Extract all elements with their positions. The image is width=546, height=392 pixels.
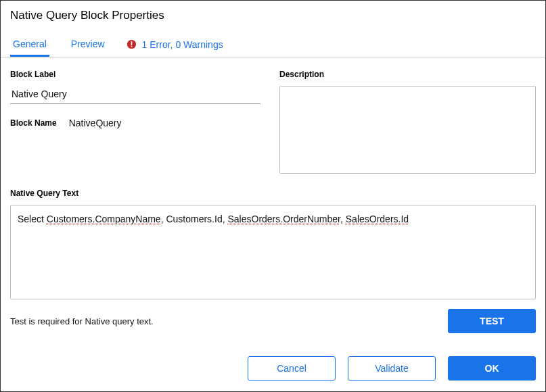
test-hint: Test is required for Native query text. <box>10 316 154 326</box>
tab-preview[interactable]: Preview <box>68 32 108 57</box>
dialog-title: Native Query Block Properties <box>1 1 545 32</box>
block-label-input[interactable] <box>10 86 260 104</box>
ok-button[interactable]: OK <box>448 356 536 381</box>
cancel-button[interactable]: Cancel <box>248 356 336 381</box>
validate-button[interactable]: Validate <box>348 356 436 381</box>
errors-label: 1 Error, 0 Warnings <box>142 39 223 50</box>
dialog-footer: Cancel Validate OK <box>1 347 545 391</box>
description-label: Description <box>279 70 536 79</box>
native-query-text-input[interactable]: Select Customers.CompanyName, Customers.… <box>10 205 536 299</box>
test-button[interactable]: TEST <box>448 309 536 333</box>
native-query-text-label: Native Query Text <box>10 189 536 198</box>
tab-errors[interactable]: 1 Error, 0 Warnings <box>127 39 223 50</box>
tab-general[interactable]: General <box>10 32 49 57</box>
block-label-label: Block Label <box>10 70 260 79</box>
svg-rect-1 <box>131 41 132 45</box>
tabs-bar: General Preview 1 Error, 0 Warnings <box>1 32 545 57</box>
block-name-label: Block Name <box>10 118 57 128</box>
general-panel: Block Label Block Name NativeQuery Descr… <box>1 57 545 347</box>
error-icon <box>127 39 137 49</box>
description-input[interactable] <box>279 86 536 174</box>
svg-rect-2 <box>131 46 132 47</box>
block-name-value: NativeQuery <box>69 118 122 128</box>
